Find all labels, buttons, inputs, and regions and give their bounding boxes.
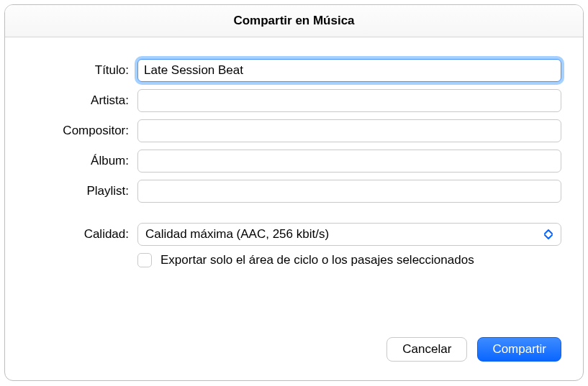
- playlist-input[interactable]: [137, 180, 561, 203]
- composer-input[interactable]: [137, 119, 561, 142]
- export-cycle-label: Exportar solo el área de ciclo o los pas…: [160, 253, 474, 267]
- label-playlist: Playlist:: [27, 184, 137, 198]
- artist-input[interactable]: [137, 89, 561, 112]
- album-input[interactable]: [137, 150, 561, 173]
- window-title: Compartir en Música: [233, 14, 354, 28]
- export-cycle-checkbox[interactable]: [137, 253, 152, 267]
- label-title: Título:: [27, 63, 137, 78]
- quality-selected-value: Calidad máxima (AAC, 256 kbit/s): [145, 227, 329, 242]
- share-button[interactable]: Compartir: [477, 337, 561, 362]
- title-input[interactable]: [137, 59, 561, 82]
- dialog-footer: Cancelar Compartir: [5, 337, 583, 380]
- share-to-music-dialog: Compartir en Música Título: Artista: Com…: [4, 4, 584, 381]
- cancel-button[interactable]: Cancelar: [386, 337, 467, 362]
- label-quality: Calidad:: [27, 227, 137, 242]
- chevron-up-down-icon: [540, 226, 556, 243]
- label-composer: Compositor:: [27, 124, 137, 138]
- label-artist: Artista:: [27, 93, 137, 108]
- quality-select[interactable]: Calidad máxima (AAC, 256 kbit/s): [137, 223, 561, 246]
- titlebar: Compartir en Música: [5, 5, 583, 37]
- dialog-content: Título: Artista: Compositor: Álbum: Play: [5, 37, 583, 337]
- label-album: Álbum:: [27, 154, 137, 168]
